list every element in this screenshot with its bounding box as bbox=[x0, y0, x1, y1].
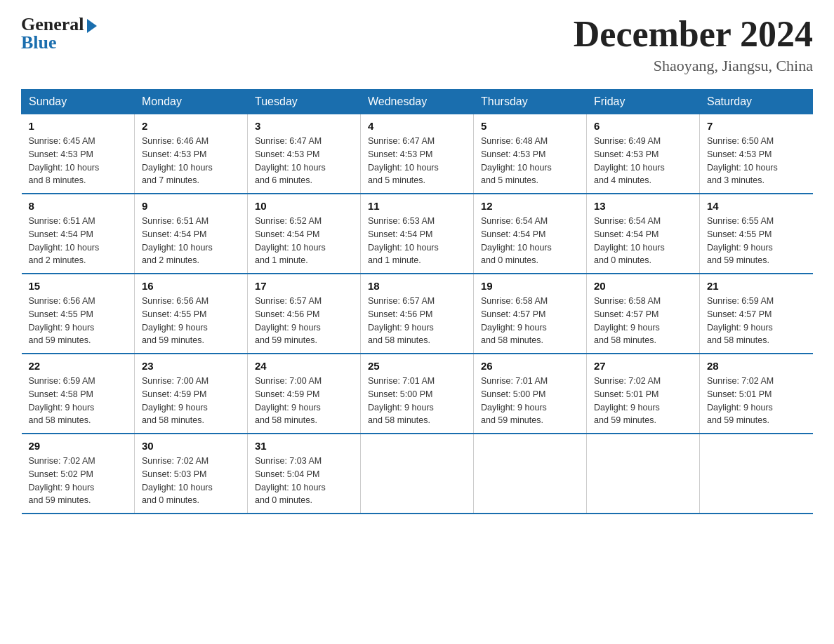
calendar-header-thursday: Thursday bbox=[474, 90, 587, 114]
day-info: Sunrise: 7:02 AM Sunset: 5:01 PM Dayligh… bbox=[594, 375, 692, 427]
day-number: 9 bbox=[142, 200, 240, 212]
day-number: 14 bbox=[707, 200, 806, 212]
calendar-header-sunday: Sunday bbox=[22, 90, 135, 114]
day-number: 22 bbox=[29, 360, 128, 372]
calendar-cell: 10Sunrise: 6:52 AM Sunset: 4:54 PM Dayli… bbox=[248, 194, 361, 274]
day-number: 2 bbox=[142, 120, 240, 132]
calendar-cell: 4Sunrise: 6:47 AM Sunset: 4:53 PM Daylig… bbox=[361, 114, 474, 194]
logo-blue-text: Blue bbox=[21, 32, 57, 53]
day-info: Sunrise: 6:55 AM Sunset: 4:55 PM Dayligh… bbox=[707, 215, 806, 267]
calendar-cell: 23Sunrise: 7:00 AM Sunset: 4:59 PM Dayli… bbox=[135, 354, 248, 434]
location-title: Shaoyang, Jiangsu, China bbox=[574, 57, 813, 75]
calendar-header-row: SundayMondayTuesdayWednesdayThursdayFrid… bbox=[22, 90, 813, 114]
day-info: Sunrise: 6:51 AM Sunset: 4:54 PM Dayligh… bbox=[29, 215, 128, 267]
day-info: Sunrise: 7:02 AM Sunset: 5:01 PM Dayligh… bbox=[707, 375, 806, 427]
day-info: Sunrise: 6:59 AM Sunset: 4:57 PM Dayligh… bbox=[707, 295, 806, 347]
day-number: 18 bbox=[368, 280, 466, 292]
calendar-cell: 30Sunrise: 7:02 AM Sunset: 5:03 PM Dayli… bbox=[135, 434, 248, 514]
calendar-cell bbox=[700, 434, 813, 514]
calendar-table: SundayMondayTuesdayWednesdayThursdayFrid… bbox=[21, 89, 813, 514]
calendar-week-row: 1Sunrise: 6:45 AM Sunset: 4:53 PM Daylig… bbox=[22, 114, 813, 194]
day-info: Sunrise: 6:59 AM Sunset: 4:58 PM Dayligh… bbox=[29, 375, 128, 427]
day-number: 28 bbox=[707, 360, 806, 372]
day-info: Sunrise: 7:01 AM Sunset: 5:00 PM Dayligh… bbox=[368, 375, 466, 427]
calendar-cell: 24Sunrise: 7:00 AM Sunset: 4:59 PM Dayli… bbox=[248, 354, 361, 434]
day-number: 8 bbox=[29, 200, 128, 212]
day-number: 16 bbox=[142, 280, 240, 292]
calendar-cell: 17Sunrise: 6:57 AM Sunset: 4:56 PM Dayli… bbox=[248, 274, 361, 354]
calendar-week-row: 15Sunrise: 6:56 AM Sunset: 4:55 PM Dayli… bbox=[22, 274, 813, 354]
day-number: 23 bbox=[142, 360, 240, 372]
day-info: Sunrise: 6:54 AM Sunset: 4:54 PM Dayligh… bbox=[481, 215, 579, 267]
calendar-cell: 12Sunrise: 6:54 AM Sunset: 4:54 PM Dayli… bbox=[474, 194, 587, 274]
day-number: 21 bbox=[707, 280, 806, 292]
calendar-header-monday: Monday bbox=[135, 90, 248, 114]
calendar-cell: 6Sunrise: 6:49 AM Sunset: 4:53 PM Daylig… bbox=[587, 114, 700, 194]
calendar-cell: 1Sunrise: 6:45 AM Sunset: 4:53 PM Daylig… bbox=[22, 114, 135, 194]
calendar-cell: 29Sunrise: 7:02 AM Sunset: 5:02 PM Dayli… bbox=[22, 434, 135, 514]
day-number: 6 bbox=[594, 120, 692, 132]
day-info: Sunrise: 6:57 AM Sunset: 4:56 PM Dayligh… bbox=[255, 295, 353, 347]
day-info: Sunrise: 6:53 AM Sunset: 4:54 PM Dayligh… bbox=[368, 215, 466, 267]
calendar-header-tuesday: Tuesday bbox=[248, 90, 361, 114]
day-number: 30 bbox=[142, 440, 240, 452]
calendar-cell: 7Sunrise: 6:50 AM Sunset: 4:53 PM Daylig… bbox=[700, 114, 813, 194]
day-number: 17 bbox=[255, 280, 353, 292]
calendar-header-saturday: Saturday bbox=[700, 90, 813, 114]
day-number: 13 bbox=[594, 200, 692, 212]
day-info: Sunrise: 6:49 AM Sunset: 4:53 PM Dayligh… bbox=[594, 135, 692, 187]
calendar-week-row: 8Sunrise: 6:51 AM Sunset: 4:54 PM Daylig… bbox=[22, 194, 813, 274]
calendar-cell: 28Sunrise: 7:02 AM Sunset: 5:01 PM Dayli… bbox=[700, 354, 813, 434]
day-number: 4 bbox=[368, 120, 466, 132]
calendar-cell: 11Sunrise: 6:53 AM Sunset: 4:54 PM Dayli… bbox=[361, 194, 474, 274]
calendar-cell: 8Sunrise: 6:51 AM Sunset: 4:54 PM Daylig… bbox=[22, 194, 135, 274]
day-info: Sunrise: 6:48 AM Sunset: 4:53 PM Dayligh… bbox=[481, 135, 579, 187]
calendar-cell bbox=[587, 434, 700, 514]
day-number: 12 bbox=[481, 200, 579, 212]
day-info: Sunrise: 6:47 AM Sunset: 4:53 PM Dayligh… bbox=[368, 135, 466, 187]
day-info: Sunrise: 7:02 AM Sunset: 5:02 PM Dayligh… bbox=[29, 455, 128, 507]
calendar-cell: 22Sunrise: 6:59 AM Sunset: 4:58 PM Dayli… bbox=[22, 354, 135, 434]
calendar-cell: 15Sunrise: 6:56 AM Sunset: 4:55 PM Dayli… bbox=[22, 274, 135, 354]
day-info: Sunrise: 6:58 AM Sunset: 4:57 PM Dayligh… bbox=[481, 295, 579, 347]
calendar-cell: 18Sunrise: 6:57 AM Sunset: 4:56 PM Dayli… bbox=[361, 274, 474, 354]
calendar-cell: 3Sunrise: 6:47 AM Sunset: 4:53 PM Daylig… bbox=[248, 114, 361, 194]
calendar-cell: 25Sunrise: 7:01 AM Sunset: 5:00 PM Dayli… bbox=[361, 354, 474, 434]
calendar-header-wednesday: Wednesday bbox=[361, 90, 474, 114]
day-number: 15 bbox=[29, 280, 128, 292]
calendar-cell: 21Sunrise: 6:59 AM Sunset: 4:57 PM Dayli… bbox=[700, 274, 813, 354]
day-number: 26 bbox=[481, 360, 579, 372]
day-number: 11 bbox=[368, 200, 466, 212]
day-info: Sunrise: 6:56 AM Sunset: 4:55 PM Dayligh… bbox=[29, 295, 128, 347]
day-info: Sunrise: 6:47 AM Sunset: 4:53 PM Dayligh… bbox=[255, 135, 353, 187]
calendar-cell: 26Sunrise: 7:01 AM Sunset: 5:00 PM Dayli… bbox=[474, 354, 587, 434]
day-number: 25 bbox=[368, 360, 466, 372]
logo: General Blue bbox=[21, 14, 97, 53]
calendar-cell: 9Sunrise: 6:51 AM Sunset: 4:54 PM Daylig… bbox=[135, 194, 248, 274]
calendar-cell: 20Sunrise: 6:58 AM Sunset: 4:57 PM Dayli… bbox=[587, 274, 700, 354]
day-info: Sunrise: 7:01 AM Sunset: 5:00 PM Dayligh… bbox=[481, 375, 579, 427]
calendar-cell: 5Sunrise: 6:48 AM Sunset: 4:53 PM Daylig… bbox=[474, 114, 587, 194]
day-number: 27 bbox=[594, 360, 692, 372]
day-number: 24 bbox=[255, 360, 353, 372]
day-info: Sunrise: 6:52 AM Sunset: 4:54 PM Dayligh… bbox=[255, 215, 353, 267]
logo-triangle-icon bbox=[87, 19, 97, 33]
calendar-cell: 2Sunrise: 6:46 AM Sunset: 4:53 PM Daylig… bbox=[135, 114, 248, 194]
calendar-cell: 16Sunrise: 6:56 AM Sunset: 4:55 PM Dayli… bbox=[135, 274, 248, 354]
day-info: Sunrise: 6:51 AM Sunset: 4:54 PM Dayligh… bbox=[142, 215, 240, 267]
day-info: Sunrise: 7:00 AM Sunset: 4:59 PM Dayligh… bbox=[255, 375, 353, 427]
calendar-cell: 13Sunrise: 6:54 AM Sunset: 4:54 PM Dayli… bbox=[587, 194, 700, 274]
calendar-week-row: 29Sunrise: 7:02 AM Sunset: 5:02 PM Dayli… bbox=[22, 434, 813, 514]
day-number: 7 bbox=[707, 120, 806, 132]
calendar-week-row: 22Sunrise: 6:59 AM Sunset: 4:58 PM Dayli… bbox=[22, 354, 813, 434]
calendar-cell bbox=[361, 434, 474, 514]
day-info: Sunrise: 6:50 AM Sunset: 4:53 PM Dayligh… bbox=[707, 135, 806, 187]
day-number: 20 bbox=[594, 280, 692, 292]
day-number: 29 bbox=[29, 440, 128, 452]
calendar-header-friday: Friday bbox=[587, 90, 700, 114]
day-number: 5 bbox=[481, 120, 579, 132]
day-number: 3 bbox=[255, 120, 353, 132]
day-info: Sunrise: 6:54 AM Sunset: 4:54 PM Dayligh… bbox=[594, 215, 692, 267]
day-info: Sunrise: 7:02 AM Sunset: 5:03 PM Dayligh… bbox=[142, 455, 240, 507]
day-info: Sunrise: 6:45 AM Sunset: 4:53 PM Dayligh… bbox=[29, 135, 128, 187]
